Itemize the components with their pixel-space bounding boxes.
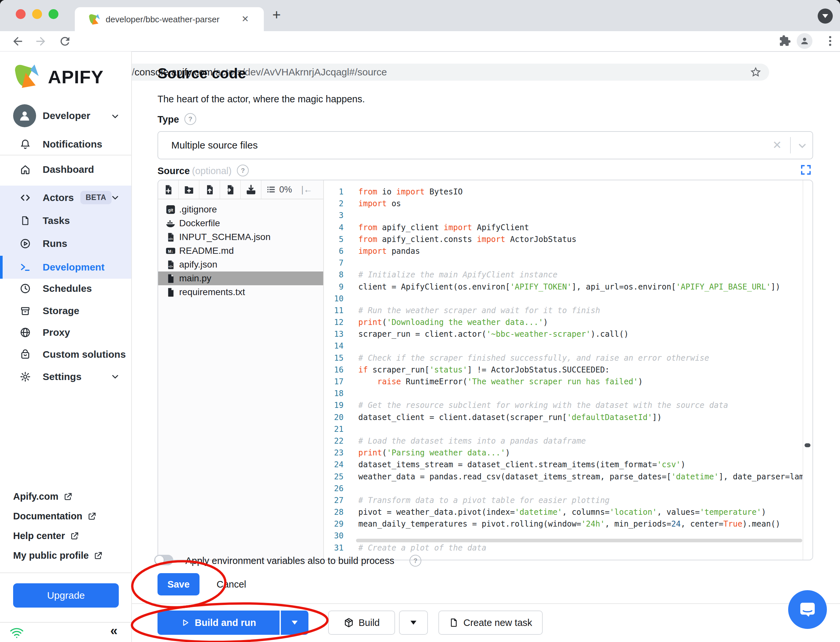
build-dropdown-button[interactable] [399, 611, 428, 635]
file-row[interactable]: Dockerfile [158, 216, 323, 230]
file-row-selected[interactable]: main.py [158, 271, 323, 285]
window-close-button[interactable] [16, 9, 26, 19]
bell-icon [19, 139, 31, 150]
bookmark-star-icon[interactable] [750, 66, 761, 78]
window-minimize-button[interactable] [32, 9, 42, 19]
code-line: 23print('Parsing weather data...') [323, 447, 804, 459]
sidebar-divider [0, 155, 131, 156]
new-file-button[interactable] [158, 180, 179, 199]
code-line: 21 [323, 423, 804, 435]
code-line: 6import pandas [323, 245, 804, 257]
horizontal-scrollbar[interactable] [356, 539, 802, 542]
back-icon[interactable] [11, 35, 24, 48]
save-button[interactable]: Save [158, 573, 200, 595]
download-button[interactable] [241, 180, 262, 199]
tab-search-button[interactable] [818, 8, 833, 24]
sidebar-item-settings[interactable]: Settings [0, 365, 132, 388]
env-toggle-help-icon[interactable]: ? [409, 555, 421, 567]
file-row[interactable]: M↓ README.md [158, 244, 323, 258]
code-editor[interactable]: 1from io import BytesIO2import os34from … [323, 180, 804, 559]
browser-tab[interactable]: developer/bbc-weather-parser ✕ [75, 7, 264, 31]
type-help-icon[interactable]: ? [184, 113, 196, 125]
upload-file-button[interactable] [200, 180, 220, 199]
code-line: 31# Create a plot of the data [323, 542, 804, 554]
env-variables-toggle[interactable] [154, 555, 173, 565]
code-line: 2import os [323, 198, 804, 209]
sidebar-link-my-public-profile[interactable]: My public profile [13, 550, 103, 561]
sidebar-link-documentation[interactable]: Documentation [13, 511, 97, 522]
chevron-down-icon [411, 621, 416, 625]
clear-select-icon[interactable]: ✕ [772, 138, 782, 151]
upgrade-button[interactable]: Upgrade [13, 583, 119, 608]
code-line: 26 [323, 483, 804, 494]
package-icon [344, 618, 354, 628]
sidebar-item-schedules[interactable]: Schedules [0, 277, 132, 300]
file-row[interactable]: </> apify.json [158, 258, 323, 271]
sidebar-item-actors[interactable]: Actors BETA [0, 186, 132, 209]
file-row[interactable]: git .gitignore [158, 203, 323, 216]
vertical-scrollbar-thumb[interactable] [804, 443, 811, 447]
footer-divider [132, 603, 840, 604]
chat-widget-button[interactable] [788, 590, 827, 629]
svg-text:</>: </> [168, 265, 173, 268]
import-file-button[interactable] [220, 180, 241, 199]
wifi-status-icon [9, 625, 24, 640]
select-divider [790, 137, 791, 154]
collapse-panel-icon[interactable]: |← [301, 185, 312, 195]
cancel-button[interactable]: Cancel [216, 579, 246, 590]
code-line: 15# Check if the scraper finished succes… [323, 352, 804, 364]
code-line: 16if scraper_run['status'] != ActorJobSt… [323, 364, 804, 376]
sidebar-item-proxy[interactable]: Proxy [0, 321, 132, 344]
build-and-run-button[interactable]: Build and run [158, 611, 279, 635]
sidebar-item-notifications[interactable]: Notifications [0, 133, 132, 156]
list-icon [266, 185, 276, 195]
apify-logo-icon[interactable] [13, 62, 40, 90]
git-icon: git [166, 204, 176, 214]
svg-text:</>: </> [168, 237, 173, 241]
window-zoom-button[interactable] [49, 9, 58, 19]
tab-favicon-apify-icon [88, 13, 101, 26]
code-line: 18 [323, 387, 804, 399]
account-switcher[interactable]: Developer [0, 104, 132, 128]
code-line: 22# Load the dataset items into a pandas… [323, 435, 804, 447]
shopping-bag-icon [19, 349, 31, 360]
select-chevron-down-icon[interactable] [797, 140, 808, 151]
account-avatar [13, 104, 36, 127]
browser-profile-avatar[interactable] [797, 33, 812, 49]
sidebar-collapse-button[interactable]: « [110, 623, 117, 638]
code-line: 7 [323, 257, 804, 269]
sidebar-item-storage[interactable]: Storage [0, 299, 132, 322]
file-row[interactable]: </> INPUT_SCHEMA.json [158, 230, 323, 244]
sidebar-item-custom-solutions[interactable]: Custom solutions [0, 343, 132, 366]
fullscreen-expand-icon[interactable] [800, 164, 812, 176]
code-line: 3 [323, 209, 804, 221]
build-button[interactable]: Build [328, 611, 395, 635]
forward-icon[interactable] [34, 35, 47, 48]
terminal-icon [19, 262, 31, 273]
source-help-icon[interactable]: ? [237, 165, 249, 177]
file-icon [166, 274, 176, 283]
tab-close-icon[interactable]: ✕ [242, 14, 249, 24]
vertical-scrollbar-track[interactable] [803, 180, 812, 560]
new-folder-button[interactable] [179, 180, 200, 199]
new-tab-button[interactable]: + [272, 6, 281, 23]
create-new-task-button[interactable]: Create new task [439, 611, 543, 635]
sidebar-item-tasks[interactable]: Tasks [0, 209, 132, 232]
home-icon [19, 164, 31, 175]
sidebar-item-runs[interactable]: Runs [0, 232, 132, 255]
file-row[interactable]: requirements.txt [158, 285, 323, 299]
type-select[interactable]: Multiple source files ✕ [158, 131, 813, 159]
clock-icon [19, 283, 31, 294]
reload-icon[interactable] [58, 35, 71, 48]
sidebar-link-help-center[interactable]: Help center [13, 530, 80, 541]
globe-icon [19, 327, 31, 338]
code-line: 29mean_daily_temperatures = pivot.rollin… [323, 518, 804, 530]
browser-menu-kebab-icon[interactable] [824, 34, 837, 48]
file-tree: git .gitignore Dockerfile </> INPUT_SCHE… [158, 199, 324, 560]
sidebar-item-development[interactable]: Development [0, 256, 132, 279]
apify-wordmark[interactable]: APIFY [48, 66, 104, 88]
extensions-puzzle-icon[interactable] [778, 34, 791, 47]
sidebar-item-dashboard[interactable]: Dashboard [0, 158, 132, 181]
build-and-run-dropdown-button[interactable] [280, 611, 309, 635]
sidebar-link-apify-com[interactable]: Apify.com [13, 491, 73, 502]
